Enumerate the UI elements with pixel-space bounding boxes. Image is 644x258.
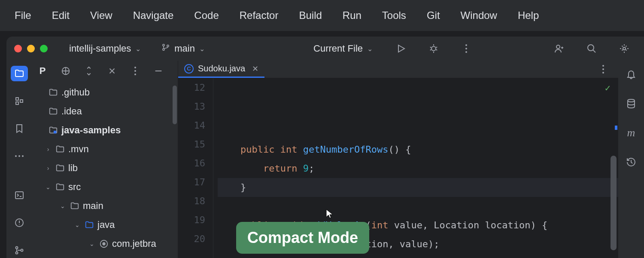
- terminal-tool-button[interactable]: [11, 187, 28, 203]
- maximize-window-button[interactable]: [40, 45, 48, 52]
- tab-filename: Sudoku.java: [198, 64, 245, 74]
- code-line[interactable]: public int getNumberOfRows() {: [218, 140, 618, 159]
- tree-item-label: com.jetbra: [112, 238, 156, 249]
- project-panel: P .github.ideajava-samples: [32, 61, 178, 258]
- tree-item[interactable]: ›lib: [32, 159, 178, 178]
- menu-refactor[interactable]: Refactor: [229, 5, 289, 26]
- code-line[interactable]: [218, 254, 618, 258]
- code-line[interactable]: return 9;: [218, 159, 618, 178]
- expand-collapse-button[interactable]: [83, 65, 95, 77]
- menu-window[interactable]: Window: [450, 5, 507, 26]
- menu-view[interactable]: View: [80, 5, 123, 26]
- tree-scrollbar[interactable]: [173, 86, 177, 124]
- chevron-icon: ⌄: [73, 221, 81, 228]
- search-icon[interactable]: [583, 40, 600, 57]
- line-number: 13: [178, 97, 205, 116]
- tree-item[interactable]: ⌄main: [32, 197, 178, 215]
- menu-edit[interactable]: Edit: [42, 5, 80, 26]
- panel-options-button[interactable]: [129, 65, 141, 77]
- svg-rect-16: [54, 131, 56, 133]
- tab-options-button[interactable]: [598, 61, 615, 78]
- menu-navigate[interactable]: Navigate: [123, 5, 184, 26]
- hide-panel-button[interactable]: [152, 65, 164, 77]
- chevron-icon: ⌄: [59, 203, 67, 209]
- code-line[interactable]: [218, 121, 618, 140]
- git-branch-selector[interactable]: main ⌄: [161, 43, 205, 54]
- tree-item-label: lib: [68, 163, 78, 174]
- menu-run[interactable]: Run: [332, 5, 372, 26]
- project-selector[interactable]: intellij-samples ⌄: [69, 43, 141, 54]
- minimize-window-button[interactable]: [27, 45, 35, 52]
- editor-scrollbar[interactable]: [611, 156, 617, 250]
- menu-build[interactable]: Build: [289, 5, 332, 26]
- tree-item[interactable]: ⌄java: [32, 215, 178, 234]
- project-tool-button[interactable]: [11, 66, 28, 81]
- chevron-icon: ›: [44, 165, 52, 172]
- menu-tools[interactable]: Tools: [372, 5, 416, 26]
- svg-point-6: [623, 47, 626, 50]
- folder-icon: [55, 163, 65, 173]
- close-window-button[interactable]: [14, 45, 22, 52]
- select-open-file-button[interactable]: [60, 65, 72, 77]
- folder-icon: [85, 220, 94, 230]
- line-number: 17: [178, 173, 205, 192]
- svg-point-1: [163, 49, 164, 50]
- menu-git[interactable]: Git: [416, 5, 450, 26]
- debug-button[interactable]: [425, 40, 442, 57]
- bookmarks-tool-button[interactable]: [11, 121, 28, 136]
- run-config-selector[interactable]: Current File ⌄: [313, 43, 373, 54]
- problems-tool-button[interactable]: [11, 215, 28, 230]
- line-number: 16: [178, 154, 205, 173]
- project-tree[interactable]: .github.ideajava-samples›.mvn›lib⌄src⌄ma…: [32, 81, 178, 258]
- line-number: 12: [178, 78, 205, 97]
- menu-code[interactable]: Code: [184, 5, 229, 26]
- folder-icon: [55, 182, 65, 192]
- run-button[interactable]: [392, 40, 410, 57]
- project-view-label[interactable]: P: [36, 65, 49, 77]
- folder-icon: [70, 201, 79, 211]
- svg-point-18: [103, 243, 105, 245]
- tree-item[interactable]: java-samples: [32, 121, 178, 140]
- vcs-tool-button[interactable]: [11, 243, 28, 258]
- tree-item[interactable]: ⌄com.jetbra: [32, 234, 178, 253]
- folder-icon: [55, 144, 65, 154]
- svg-point-12: [16, 247, 18, 249]
- notifications-button[interactable]: [623, 66, 640, 83]
- tree-item[interactable]: ›.mvn: [32, 140, 178, 159]
- tree-item[interactable]: ⌄src: [32, 178, 178, 197]
- inspection-ok-icon[interactable]: ✓: [605, 83, 611, 93]
- database-tool-button[interactable]: [623, 95, 640, 112]
- tree-item[interactable]: .idea: [32, 102, 178, 121]
- svg-point-4: [556, 45, 560, 49]
- menu-help[interactable]: Help: [507, 5, 549, 26]
- structure-tool-button[interactable]: [11, 93, 28, 109]
- menu-file[interactable]: File: [4, 5, 42, 26]
- svg-point-13: [16, 252, 18, 254]
- line-number: 14: [178, 116, 205, 135]
- run-config-label: Current File: [313, 43, 363, 54]
- chevron-icon: ›: [44, 146, 52, 153]
- code-line[interactable]: }: [218, 178, 618, 197]
- close-panel-button[interactable]: [106, 65, 118, 77]
- history-tool-button[interactable]: [623, 154, 640, 171]
- code-line[interactable]: [218, 197, 618, 216]
- svg-rect-9: [20, 100, 23, 102]
- editor-tab-sudoku[interactable]: C Sudoku.java ✕: [178, 61, 264, 78]
- add-user-icon[interactable]: [550, 40, 568, 57]
- more-tools-button[interactable]: [11, 148, 28, 164]
- tree-item-label: main: [83, 200, 103, 212]
- package-icon: [99, 239, 109, 249]
- folder-icon: [49, 107, 58, 116]
- svg-point-5: [588, 45, 594, 51]
- close-tab-button[interactable]: ✕: [252, 64, 258, 74]
- compact-mode-overlay: Compact Mode: [236, 222, 369, 254]
- maven-tool-button[interactable]: m: [623, 124, 640, 141]
- line-number: 20: [178, 230, 205, 249]
- menubar: FileEditViewNavigateCodeRefactorBuildRun…: [0, 0, 644, 31]
- chevron-icon: ⌄: [44, 184, 52, 190]
- gear-icon[interactable]: [616, 40, 633, 57]
- more-actions-button[interactable]: [458, 40, 475, 57]
- chevron-down-icon: ⌄: [135, 45, 141, 53]
- branch-name: main: [174, 43, 195, 54]
- tree-item[interactable]: .github: [32, 83, 178, 102]
